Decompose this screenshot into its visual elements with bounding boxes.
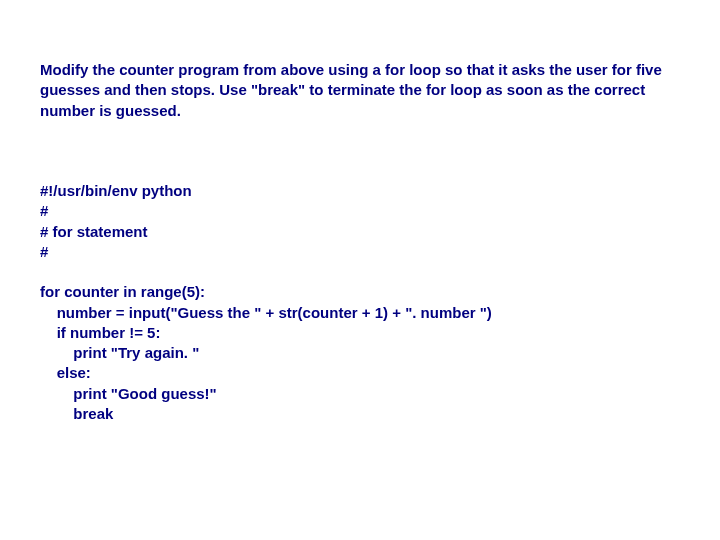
code-line: print "Good guess!" <box>40 385 217 402</box>
instruction-paragraph: Modify the counter program from above us… <box>40 60 680 121</box>
code-line: # <box>40 243 48 260</box>
code-line: print "Try again. " <box>40 344 199 361</box>
document-page: Modify the counter program from above us… <box>0 0 720 424</box>
code-line: break <box>40 405 113 422</box>
code-line: for counter in range(5): <box>40 283 205 300</box>
code-line: else: <box>40 364 91 381</box>
code-line: # <box>40 202 48 219</box>
code-line: #!/usr/bin/env python <box>40 182 192 199</box>
code-line: # for statement <box>40 223 148 240</box>
code-line: number = input("Guess the " + str(counte… <box>40 304 492 321</box>
code-line: if number != 5: <box>40 324 160 341</box>
code-block: #!/usr/bin/env python # # for statement … <box>40 161 680 424</box>
